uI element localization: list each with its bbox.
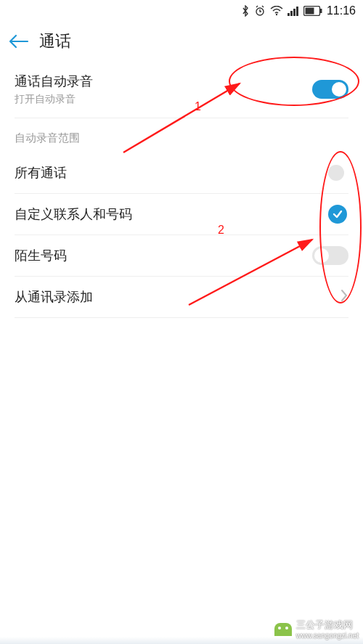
back-icon[interactable] (7, 33, 29, 50)
row-unknown-numbers[interactable]: 陌生号码 (15, 235, 348, 276)
auto-record-toggle[interactable] (312, 80, 348, 99)
watermark-text: 三公子游戏网 (296, 619, 359, 632)
auto-record-subtitle: 打开自动录音 (15, 93, 348, 106)
watermark: 三公子游戏网 www.sangongzi.net (274, 619, 359, 640)
annotation-label-1: 1 (195, 100, 201, 113)
svg-rect-4 (293, 9, 295, 16)
svg-rect-5 (296, 7, 298, 16)
watermark-url: www.sangongzi.net (296, 632, 359, 640)
row-auto-record[interactable]: 通话自动录音 打开自动录音 (15, 61, 348, 118)
add-from-contacts-label: 从通讯录添加 (15, 288, 348, 306)
auto-record-title: 通话自动录音 (15, 73, 348, 90)
svg-rect-3 (290, 11, 293, 16)
svg-rect-2 (287, 13, 290, 16)
row-custom-contacts[interactable]: 自定义联系人和号码 (15, 194, 348, 235)
row-add-from-contacts[interactable]: 从通讯录添加 (15, 277, 348, 317)
unknown-numbers-label: 陌生号码 (15, 247, 348, 264)
svg-point-1 (276, 14, 277, 15)
page-title: 通话 (39, 30, 71, 52)
battery-icon (303, 6, 322, 16)
wifi-icon (270, 6, 283, 16)
bluetooth-icon (241, 5, 250, 17)
watermark-logo-icon (274, 623, 292, 636)
signal-icon (287, 6, 299, 16)
custom-contacts-label: 自定义联系人和号码 (15, 205, 348, 223)
scope-header: 自动录音范围 (15, 118, 348, 152)
svg-rect-7 (305, 8, 314, 15)
all-calls-radio[interactable] (328, 165, 344, 181)
status-time: 11:16 (327, 4, 356, 17)
row-all-calls[interactable]: 所有通话 (15, 152, 348, 193)
nav-bar: 通话 (0, 22, 363, 61)
svg-rect-8 (320, 9, 322, 13)
alarm-icon (254, 5, 266, 17)
unknown-numbers-toggle[interactable] (312, 246, 348, 265)
chevron-right-icon (340, 288, 348, 306)
divider (15, 317, 348, 318)
all-calls-label: 所有通话 (15, 164, 348, 182)
custom-contacts-radio-checked[interactable] (328, 205, 347, 224)
status-bar: 11:16 (0, 0, 363, 22)
annotation-label-2: 2 (218, 224, 224, 237)
